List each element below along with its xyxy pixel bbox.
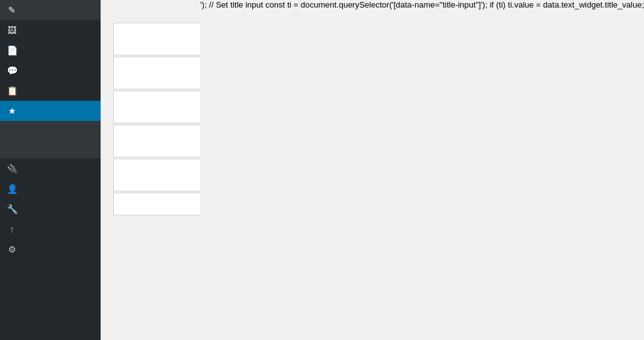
- sidebar-item-pages[interactable]: 📄: [0, 40, 101, 60]
- available-widgets-panel: ▼ ▼ ▼ ▼: [113, 13, 200, 327]
- migration-icon: ↑: [6, 224, 18, 234]
- wpforms-icon: 📋: [6, 86, 18, 96]
- main-content: ▼ ▼ ▼ ▼: [101, 0, 200, 340]
- sidebar-item-posts[interactable]: ✎: [0, 0, 101, 20]
- pages-icon: 📄: [6, 45, 18, 55]
- widget-audio-desc: [114, 79, 200, 89]
- sidebar-sub-item-widgets[interactable]: [0, 136, 101, 144]
- sidebar-item-settings[interactable]: ⚙: [0, 239, 101, 259]
- sidebar-sub-item-theme-editor[interactable]: [0, 151, 101, 159]
- widget-categories-desc: [114, 147, 200, 157]
- widget-calendar-header[interactable]: ▼: [114, 91, 200, 113]
- widget-custom-html-desc: [114, 181, 200, 191]
- widget-archives-desc: [114, 45, 200, 55]
- sidebar-item-wpforms[interactable]: 📋: [0, 81, 101, 101]
- appearance-submenu: [0, 121, 101, 159]
- sidebar-item-comments[interactable]: 💬: [0, 60, 101, 81]
- sidebar-item-media[interactable]: 🖼: [0, 20, 101, 40]
- widget-calendar: ▼: [113, 91, 200, 123]
- posts-icon: ✎: [6, 5, 18, 15]
- sidebar-item-migration[interactable]: ↑: [0, 219, 101, 239]
- widget-gallery-header[interactable]: ▼: [114, 193, 200, 215]
- media-icon: 🖼: [6, 25, 18, 35]
- sidebar-item-plugins[interactable]: 🔌: [0, 159, 101, 179]
- tools-icon: 🔧: [6, 204, 18, 214]
- sidebar-item-tools[interactable]: 🔧: [0, 199, 101, 219]
- sidebar: ✎ 🖼 📄 💬 📋 ★ 🔌 👤 🔧 ↑: [0, 0, 101, 340]
- sidebar-sub-item-themes[interactable]: [0, 121, 101, 128]
- widget-custom-html: ▼: [113, 159, 200, 191]
- widget-calendar-desc: [114, 113, 200, 123]
- widget-archives: ▼: [113, 23, 200, 55]
- sidebar-item-users[interactable]: 👤: [0, 179, 101, 199]
- settings-icon: ⚙: [6, 244, 18, 254]
- plugins-icon: 🔌: [6, 164, 18, 174]
- sidebar-item-appearance[interactable]: ★: [0, 101, 101, 121]
- users-icon: 👤: [6, 184, 18, 194]
- widget-gallery: ▼: [113, 193, 200, 215]
- widget-categories-header[interactable]: ▼: [114, 125, 200, 147]
- sidebar-sub-item-menus[interactable]: [0, 144, 101, 151]
- comments-icon: 💬: [6, 65, 18, 76]
- appearance-icon: ★: [6, 106, 18, 116]
- sidebar-sub-item-customise[interactable]: [0, 128, 101, 136]
- widget-audio: ▼: [113, 57, 200, 89]
- widget-categories: ▼: [113, 125, 200, 157]
- widget-archives-header[interactable]: ▼: [114, 23, 200, 45]
- widget-audio-header[interactable]: ▼: [114, 57, 200, 79]
- widget-custom-html-header[interactable]: ▼: [114, 159, 200, 181]
